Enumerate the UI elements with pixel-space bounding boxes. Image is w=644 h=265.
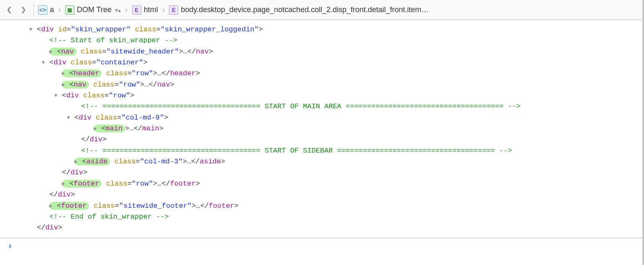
- dom-close: </div>: [0, 167, 644, 178]
- dom-close: </div>: [0, 222, 644, 233]
- breadcrumb-label: html: [144, 5, 158, 14]
- back-button[interactable]: ❮: [3, 4, 15, 15]
- element-icon: E: [169, 5, 178, 15]
- dom-node: ▼<div id="skin_wrapper" class="skin_wrap…: [0, 24, 644, 35]
- dom-node: ▶<footer class="sitewide_footer">…</foot…: [0, 201, 644, 211]
- breadcrumb-toolbar: ❮ ❯ <> a › ▦ DOM Tree ▾▴ › E html › E bo…: [0, 0, 644, 20]
- disclosure-triangle-icon[interactable]: ▼: [42, 59, 49, 67]
- dom-comment: <!-- ===================================…: [0, 145, 644, 156]
- dom-tree-view[interactable]: ▼<div id="skin_wrapper" class="skin_wrap…: [0, 20, 644, 238]
- dom-node: ▶<main>…</main>: [0, 123, 644, 134]
- breadcrumb-body[interactable]: E body.desktop_device.page_notcached.col…: [169, 5, 429, 15]
- disclosure-triangle-icon[interactable]: ▶: [62, 70, 69, 78]
- disclosure-triangle-icon[interactable]: ▶: [62, 81, 69, 89]
- disclosure-triangle-icon[interactable]: ▼: [67, 114, 74, 122]
- updown-icon: ▾▴: [115, 7, 121, 13]
- disclosure-triangle-icon[interactable]: ▶: [62, 180, 69, 188]
- dom-comment: <!-- End of skin_wrapper -->: [0, 211, 644, 222]
- breadcrumb-source[interactable]: <> a: [38, 5, 54, 15]
- disclosure-triangle-icon[interactable]: ▶: [49, 48, 57, 56]
- disclosure-triangle-icon[interactable]: ▼: [54, 92, 62, 100]
- console-caret-icon: ›: [8, 241, 13, 251]
- dom-comment: <!-- ===================================…: [0, 101, 644, 112]
- dom-node: ▼<div class="container">: [0, 57, 644, 68]
- chevron-right-icon: ›: [57, 6, 62, 14]
- dom-node: ▶<header class="row">…</header>: [0, 68, 644, 79]
- disclosure-triangle-icon[interactable]: ▶: [94, 125, 101, 133]
- breadcrumb-label: a: [50, 5, 54, 14]
- dom-node: ▶<footer class="row">…</footer>: [0, 178, 644, 189]
- element-icon: E: [132, 5, 141, 15]
- breadcrumb-label: body.desktop_device.page_notcached.coll_…: [181, 5, 429, 14]
- dom-node: ▶<aside class="col-md-3">…</aside>: [0, 156, 644, 167]
- toolbar-divider: [33, 4, 34, 16]
- dom-close: </div>: [0, 189, 644, 200]
- dom-node: ▶<nav class="sitewide_header">…</nav>: [0, 46, 644, 57]
- disclosure-triangle-icon[interactable]: ▼: [29, 26, 37, 34]
- chevron-right-icon: ›: [124, 6, 129, 14]
- dom-node: ▼<div class="col-md-9">: [0, 112, 644, 123]
- breadcrumb-domtree[interactable]: ▦ DOM Tree ▾▴: [65, 5, 121, 15]
- dom-tree-icon: ▦: [65, 5, 74, 15]
- breadcrumb-label: DOM Tree: [77, 5, 112, 14]
- dom-close: </div>: [0, 134, 644, 145]
- breadcrumb-html[interactable]: E html: [132, 5, 158, 15]
- dom-node: ▶<nav class="row">…</nav>: [0, 79, 644, 90]
- disclosure-triangle-icon[interactable]: ▶: [74, 158, 82, 166]
- chevron-right-icon: ›: [161, 6, 166, 14]
- forward-button[interactable]: ❯: [18, 4, 29, 15]
- disclosure-triangle-icon[interactable]: ▶: [49, 202, 57, 210]
- console-prompt-row[interactable]: ›: [0, 238, 644, 254]
- dom-comment: <!-- Start of skin_wrapper -->: [0, 35, 644, 46]
- dom-node: ▼<div class="row">: [0, 90, 644, 101]
- right-scroll-edge: [642, 0, 644, 254]
- source-icon: <>: [38, 5, 47, 15]
